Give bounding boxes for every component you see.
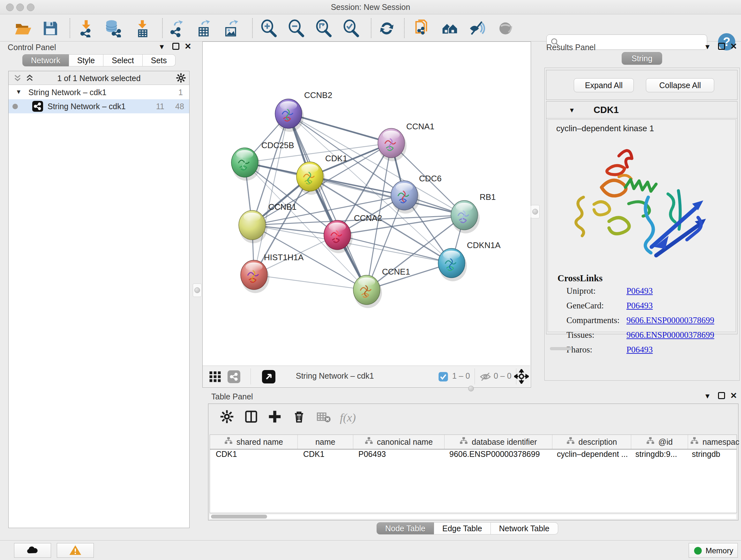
tab-sets[interactable]: Sets	[143, 54, 176, 66]
copy-network-button[interactable]	[412, 19, 431, 38]
column-header-namespac[interactable]: namespac	[688, 435, 741, 449]
panel-float-icon[interactable]	[172, 43, 179, 50]
import-network-database-button[interactable]	[104, 19, 123, 38]
panel-float-icon[interactable]	[718, 43, 725, 50]
function-builder-icon[interactable]: f(x)	[340, 411, 356, 424]
panel-close-icon[interactable]: ✕	[185, 42, 192, 51]
node-HIST1H1A[interactable]	[241, 260, 269, 293]
column-header-name[interactable]: name	[298, 435, 353, 449]
column-header-@id[interactable]: @id	[631, 435, 688, 449]
export-image-button[interactable]	[221, 19, 241, 38]
node-RB1[interactable]	[451, 200, 480, 233]
delete-table-icon[interactable]	[316, 410, 331, 425]
node-CCNA2[interactable]	[324, 220, 353, 253]
panel-close-icon[interactable]: ✕	[730, 391, 737, 400]
cloud-status-button[interactable]	[14, 543, 51, 558]
table-cell[interactable]: stringdb	[686, 449, 740, 463]
warning-status-button[interactable]	[57, 543, 94, 558]
selected-checkbox-icon[interactable]	[438, 372, 448, 383]
crosslink-row: GeneCard:P06493	[557, 298, 730, 313]
network-collection-row[interactable]: ▼ String Network – cdk1 1	[9, 85, 189, 99]
import-network-file-button[interactable]	[77, 19, 96, 38]
node-CCNB2[interactable]	[275, 99, 304, 132]
node-CCNA1[interactable]	[378, 128, 407, 161]
save-session-button[interactable]	[41, 19, 60, 38]
table-cell[interactable]: cyclin–dependent ...	[551, 449, 630, 463]
node-CDKN1A[interactable]	[438, 248, 467, 281]
mini-scrollbar-thumb[interactable]	[550, 347, 572, 350]
crosslink-value-link[interactable]: P06493	[626, 301, 653, 311]
pan-crosshair-icon[interactable]	[514, 369, 529, 385]
left-splitter-handle[interactable]	[193, 284, 202, 297]
edge-CCNB2-CCNE1[interactable]	[288, 114, 367, 290]
tab-select[interactable]: Select	[104, 54, 142, 66]
table-cell[interactable]: stringdb:9...	[630, 449, 686, 463]
table-gear-icon[interactable]	[220, 410, 234, 425]
edge-CCNB2-HIST1H1A[interactable]	[254, 114, 288, 275]
birdseye-view-icon[interactable]	[262, 370, 275, 384]
section-collapse-icon[interactable]: ▼	[569, 107, 575, 114]
crosslink-value-link[interactable]: 9606.ENSP00000378699	[626, 330, 714, 340]
panel-close-icon[interactable]: ✕	[730, 42, 737, 51]
show-all-button[interactable]	[496, 19, 516, 38]
column-header-database-identifier[interactable]: database identifier	[445, 435, 552, 449]
crosslink-label: Tissues:	[566, 330, 595, 340]
right-splitter-handle[interactable]	[531, 205, 540, 219]
open-session-button[interactable]	[13, 19, 32, 38]
collapse-all-button[interactable]: Collapse All	[646, 78, 714, 92]
split-columns-icon[interactable]	[244, 410, 258, 425]
edge-HIST1H1A-CCNE1[interactable]	[254, 275, 367, 290]
table-row[interactable]: CDK1CDK1P064939606.ENSP00000378699cyclin…	[210, 449, 737, 463]
table-cell[interactable]: 9606.ENSP00000378699	[444, 449, 551, 463]
zoom-in-button[interactable]	[259, 19, 278, 38]
scrollbar-thumb[interactable]	[211, 515, 267, 518]
zoom-fit-button[interactable]	[314, 19, 333, 38]
zoom-out-button[interactable]	[286, 19, 306, 38]
tab-network-table[interactable]: Network Table	[491, 522, 558, 535]
node-CDC25B[interactable]	[231, 148, 260, 181]
memory-status-button[interactable]: Memory	[689, 543, 738, 558]
crosslink-label: Uniprot:	[566, 286, 596, 296]
panel-menu-icon[interactable]: ▼	[158, 43, 165, 51]
tab-string[interactable]: String	[622, 52, 662, 65]
panel-menu-icon[interactable]: ▼	[704, 392, 711, 400]
crosslink-value-link[interactable]: 9606.ENSP00000378699	[626, 315, 714, 325]
collection-expand-icon[interactable]: ▼	[16, 88, 22, 96]
hide-selected-button[interactable]	[468, 19, 487, 38]
node-CCNE1[interactable]	[353, 275, 382, 308]
import-table-file-button[interactable]	[133, 19, 152, 38]
tab-edge-table[interactable]: Edge Table	[434, 522, 491, 535]
delete-column-icon[interactable]	[292, 410, 306, 425]
column-header-canonical-name[interactable]: canonical name	[353, 435, 445, 449]
export-table-button[interactable]	[194, 19, 213, 38]
network-badge-icon[interactable]	[227, 370, 240, 384]
gear-icon[interactable]	[176, 73, 186, 84]
network-canvas[interactable]: CCNB2CCNA1CDC25BCDK1CDC6RB1CCNB1CCNA2CDK…	[203, 42, 530, 366]
export-network-button[interactable]	[166, 19, 186, 38]
refresh-button[interactable]	[377, 19, 396, 38]
table-cell[interactable]: CDK1	[297, 449, 353, 463]
tab-style[interactable]: Style	[69, 54, 104, 66]
table-cell[interactable]: P06493	[353, 449, 444, 463]
column-header-description[interactable]: description	[552, 435, 631, 449]
grid-view-icon[interactable]	[208, 370, 222, 384]
tab-node-table[interactable]: Node Table	[377, 522, 434, 535]
network-row-selected[interactable]: String Network – cdk1 11 48	[9, 99, 189, 113]
edge-CCNB2-CCNA1[interactable]	[288, 114, 391, 143]
protein-section-header[interactable]: ▼ CDK1	[546, 102, 737, 118]
table-cell[interactable]: CDK1	[210, 449, 297, 463]
add-column-icon[interactable]	[268, 410, 282, 425]
table-horizontal-scrollbar[interactable]	[210, 514, 736, 519]
panel-float-icon[interactable]	[718, 392, 725, 399]
crosslink-value-link[interactable]: P06493	[626, 286, 653, 296]
crosslink-value-link[interactable]: P06493	[626, 345, 653, 355]
tab-network[interactable]: Network	[22, 54, 69, 66]
node-CDK1[interactable]	[296, 162, 325, 195]
first-neighbors-button[interactable]	[441, 19, 460, 38]
zoom-selected-button[interactable]	[341, 19, 360, 38]
node-CDC6[interactable]	[391, 181, 420, 213]
expand-all-button[interactable]: Expand All	[574, 78, 634, 92]
panel-menu-icon[interactable]: ▼	[704, 43, 711, 51]
column-header-shared-name[interactable]: shared name	[210, 435, 298, 449]
hidden-eye-icon[interactable]	[480, 371, 491, 383]
